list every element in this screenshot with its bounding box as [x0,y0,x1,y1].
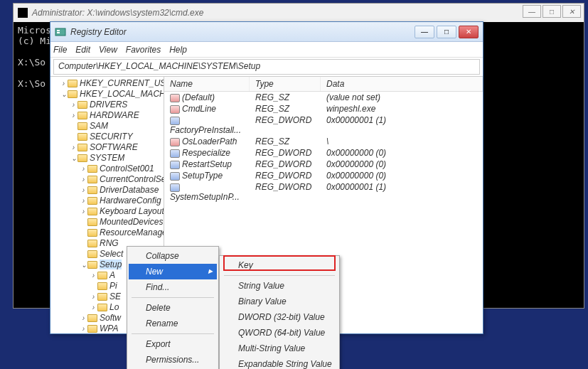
regedit-close-button[interactable]: ✕ [459,26,479,38]
menu-favorites[interactable]: Favorites [126,45,161,55]
cmd-maximize-button[interactable]: □ [542,5,561,18]
expand-icon[interactable]: › [60,78,67,89]
new-submenu[interactable]: KeyString ValueBinary ValueDWORD (32-bit… [219,255,340,369]
expand-icon[interactable]: › [70,100,77,110]
tree-label[interactable]: Lo [109,302,119,312]
value-row[interactable]: FactoryPreInstall...REG_DWORD0x00000001 … [164,114,483,136]
value-row[interactable]: RespecializeREG_DWORD0x00000000 (0) [164,147,483,159]
value-row[interactable]: CmdLineREG_SZwinpeshl.exe [164,103,483,114]
tree-label[interactable]: SAM [90,121,108,131]
tree-label[interactable]: RNG [100,238,119,248]
list-header[interactable]: Name Type Data [164,77,483,92]
value-row[interactable]: OsLoaderPathREG_SZ\ [164,136,483,147]
value-row[interactable]: RestartSetupREG_DWORD0x00000000 (0) [164,159,483,170]
tree-node[interactable]: MountedDevices [80,217,164,228]
tree-label[interactable]: Select [100,249,123,259]
tree-node[interactable]: ⌄SYSTEM [70,153,164,164]
tree-node[interactable]: ›SOFTWARE [70,142,164,153]
dword-value-icon [170,183,180,192]
tree-node[interactable]: ›HARDWARE [70,110,164,121]
menu-item-export[interactable]: Export [129,336,217,352]
expand-icon[interactable]: › [80,164,87,174]
menu-view[interactable]: View [99,45,117,55]
expand-icon[interactable]: › [80,323,87,333]
expand-icon[interactable]: › [90,292,97,302]
tree-label[interactable]: Pi [109,281,117,291]
tree-label[interactable]: HKEY_LOCAL_MACHINE [80,89,164,99]
tree-context-menu[interactable]: CollapseNewFind...DeleteRenameExportPerm… [127,246,219,369]
tree-label[interactable]: WPA [100,323,118,333]
expand-icon[interactable]: › [80,185,87,196]
menu-item-permissions[interactable]: Permissions... [129,352,217,368]
col-name[interactable]: Name [164,77,250,91]
tree-node[interactable]: ›HardwareConfig [80,196,164,206]
menu-item-find[interactable]: Find... [129,279,217,295]
menu-item-qword-64-bit-value[interactable]: QWORD (64-bit) Value [221,325,338,341]
menu-file[interactable]: File [53,45,67,55]
expand-icon[interactable]: › [80,313,87,323]
col-type[interactable]: Type [250,77,321,91]
expand-icon[interactable]: › [80,174,87,185]
regedit-titlebar[interactable]: Registry Editor — □ ✕ [50,22,483,42]
menu-help[interactable]: Help [169,45,187,55]
tree-node[interactable]: ›HKEY_CURRENT_USER [60,78,164,89]
expand-icon[interactable]: › [90,270,97,281]
tree-label[interactable]: MountedDevices [100,217,163,227]
value-row[interactable]: SetupTypeREG_DWORD0x00000000 (0) [164,170,483,181]
tree-node[interactable]: ResourceManager [80,228,164,238]
tree-label[interactable]: DRIVERS [90,100,127,109]
menu-item-dword-32-bit-value[interactable]: DWORD (32-bit) Value [221,309,338,325]
tree-label[interactable]: A [109,270,115,280]
menu-item-key[interactable]: Key [221,257,338,273]
tree-node[interactable]: ›Keyboard Layout [80,206,164,217]
string-value-icon [170,94,180,102]
expand-icon[interactable]: › [80,206,87,217]
tree-label[interactable]: Softw [100,313,121,323]
tree-node[interactable]: ›DRIVERS [70,100,164,110]
menu-item-expandable-string-value[interactable]: Expandable String Value [221,356,338,369]
menu-item-string-value[interactable]: String Value [221,278,338,294]
tree-node[interactable]: ›CurrentControlSet [80,174,164,185]
value-row[interactable]: SystemSetupInP...REG_DWORD0x00000001 (1) [164,181,483,203]
tree-label[interactable]: SYSTEM [90,153,124,163]
expand-icon[interactable]: ⌄ [60,89,67,100]
menu-item-collapse[interactable]: Collapse [129,248,217,264]
tree-label[interactable]: HARDWARE [90,110,139,120]
expand-icon[interactable]: › [90,302,97,313]
cmd-close-button[interactable]: ✕ [562,5,581,18]
tree-label[interactable]: SOFTWARE [90,142,138,152]
value-row[interactable]: (Default)REG_SZ(value not set) [164,92,483,103]
tree-label[interactable]: DriverDatabase [100,185,159,195]
cmd-titlebar[interactable]: Administrator: X:\windows\system32\cmd.e… [14,4,584,22]
tree-label[interactable]: ResourceManager [100,228,164,237]
tree-label[interactable]: HKEY_CURRENT_USER [80,78,164,88]
menu-item-rename[interactable]: Rename [129,316,217,331]
tree-label[interactable]: SE [109,292,121,301]
regedit-maximize-button[interactable]: □ [437,26,456,38]
expand-icon[interactable]: › [80,196,87,206]
regedit-address-bar[interactable]: Computer\HKEY_LOCAL_MACHINE\SYSTEM\Setup [53,59,480,75]
expand-icon[interactable]: › [70,142,77,153]
tree-label[interactable]: Setup [100,260,122,269]
menu-item-delete[interactable]: Delete [129,300,217,316]
cmd-minimize-button[interactable]: — [523,5,541,18]
menu-item-multi-string-value[interactable]: Multi-String Value [221,341,338,356]
tree-label[interactable]: ControlSet001 [100,164,154,173]
menu-item-binary-value[interactable]: Binary Value [221,294,338,309]
menu-edit[interactable]: Edit [75,45,90,55]
tree-node[interactable]: ⌄HKEY_LOCAL_MACHINE [60,89,164,100]
tree-label[interactable]: Keyboard Layout [100,206,164,216]
col-data[interactable]: Data [321,77,483,91]
tree-node[interactable]: ›ControlSet001 [80,164,164,174]
tree-node[interactable]: ›DriverDatabase [80,185,164,196]
menu-item-new[interactable]: New [129,264,217,279]
tree-node[interactable]: SAM [70,121,164,132]
tree-node[interactable]: SECURITY [70,132,164,142]
expand-icon[interactable]: › [70,110,77,121]
expand-icon[interactable]: ⌄ [70,153,77,164]
expand-icon[interactable]: ⌄ [80,260,87,270]
tree-label[interactable]: SECURITY [90,132,133,141]
tree-label[interactable]: HardwareConfig [100,196,161,205]
tree-label[interactable]: CurrentControlSet [100,174,164,184]
regedit-minimize-button[interactable]: — [415,26,434,38]
